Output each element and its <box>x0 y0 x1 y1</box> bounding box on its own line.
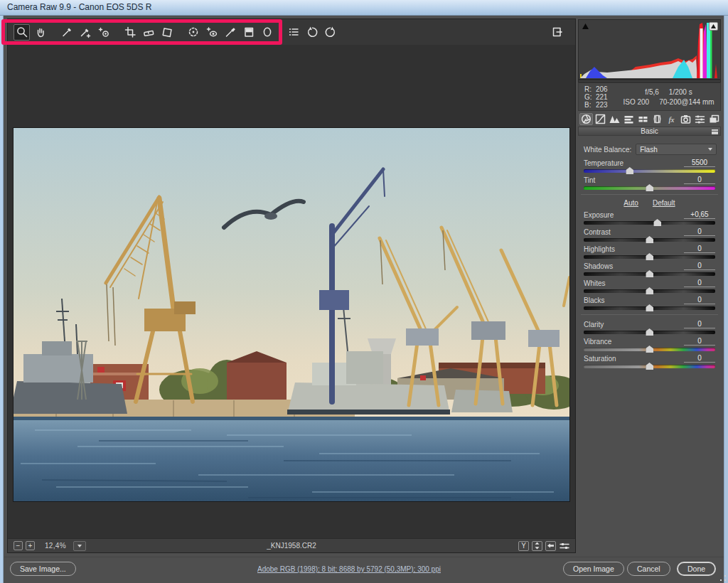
default-link[interactable]: Default <box>653 199 675 207</box>
slider-vibrance: Vibrance0 <box>584 336 715 351</box>
saturation-slider[interactable] <box>584 365 715 368</box>
slider-tint: Tint0 <box>584 175 715 190</box>
temperature-slider[interactable] <box>584 169 715 173</box>
slider-blacks: Blacks0 <box>584 295 715 310</box>
window-frame-right <box>724 16 728 583</box>
toolbar <box>8 19 575 45</box>
filename-label: _KNJ1958.CR2 <box>8 542 575 550</box>
tint-slider[interactable] <box>584 186 715 190</box>
tab-detail[interactable] <box>608 113 621 125</box>
slider-saturation: Saturation0 <box>584 353 715 368</box>
panel-header: Basic <box>578 127 721 136</box>
done-button[interactable]: Done <box>677 562 716 576</box>
photo-preview[interactable] <box>14 128 569 501</box>
cancel-button[interactable]: Cancel <box>627 562 670 576</box>
slider-thumb[interactable] <box>646 184 653 191</box>
vibrance-value[interactable]: 0 <box>684 337 715 346</box>
slider-thumb[interactable] <box>646 346 653 353</box>
rgb-readout: R:206 G:221 B:223 <box>579 83 623 110</box>
shadow-clipping-icon[interactable] <box>581 22 590 31</box>
exposure-info: R:206 G:221 B:223 f/5,61/200 s ISO 20070… <box>578 82 721 111</box>
contrast-value[interactable]: 0 <box>684 228 715 236</box>
spot-removal-icon[interactable] <box>185 24 201 41</box>
slider-exposure: Exposure+0,65 <box>584 210 715 225</box>
auto-default-row: Auto Default <box>578 199 721 207</box>
rotate-ccw-icon[interactable] <box>304 24 320 41</box>
red-eye-removal-icon[interactable] <box>203 24 220 41</box>
highlight-clipping-icon[interactable] <box>709 22 718 31</box>
tab-camera-calibration[interactable] <box>679 113 692 125</box>
fullscreen-toggle-icon[interactable] <box>550 24 565 40</box>
tab-effects[interactable]: fx <box>665 113 678 125</box>
whites-value[interactable]: 0 <box>684 279 715 287</box>
slider-temperature: Temperature5500 <box>584 158 715 173</box>
chevron-down-icon <box>708 148 712 151</box>
slider-highlights: Highlights0 <box>584 244 715 259</box>
highlights-slider[interactable] <box>584 255 715 259</box>
slider-thumb[interactable] <box>646 328 653 336</box>
open-image-button[interactable]: Open Image <box>563 562 624 576</box>
tab-presets[interactable] <box>693 113 707 125</box>
exposure-slider[interactable] <box>584 221 715 225</box>
tab-hsl-grayscale[interactable] <box>622 113 636 125</box>
vibrance-slider[interactable] <box>584 348 715 351</box>
white-balance-dropdown[interactable]: Flash <box>636 144 717 155</box>
tab-snapshots[interactable] <box>707 113 721 125</box>
straighten-tool-icon[interactable] <box>140 24 156 41</box>
slider-shadows: Shadows0 <box>584 261 715 276</box>
tab-split-toning[interactable] <box>636 113 650 125</box>
panel-title: Basic <box>641 127 658 135</box>
slider-thumb[interactable] <box>646 363 653 370</box>
rotate-cw-icon[interactable] <box>322 24 338 41</box>
saturation-value[interactable]: 0 <box>684 354 715 363</box>
white-balance-eyedropper-icon[interactable] <box>58 24 75 41</box>
slider-thumb[interactable] <box>646 304 653 311</box>
graduated-filter-icon[interactable] <box>240 24 257 41</box>
tab-lens-corrections[interactable] <box>651 113 664 125</box>
highlights-value[interactable]: 0 <box>684 245 715 253</box>
adjustment-brush-icon[interactable] <box>222 24 238 41</box>
transform-tool-icon[interactable] <box>159 24 175 41</box>
shadows-value[interactable]: 0 <box>684 262 715 270</box>
temperature-value[interactable]: 5500 <box>684 159 715 167</box>
save-image-button[interactable]: Save Image... <box>10 562 76 576</box>
tint-value[interactable]: 0 <box>684 176 715 184</box>
slider-thumb[interactable] <box>646 270 653 277</box>
crop-tool-icon[interactable] <box>122 24 138 41</box>
panel-tabs: fx <box>578 112 721 126</box>
targeted-adjustment-icon[interactable] <box>95 24 112 41</box>
slider-thumb[interactable] <box>646 236 653 243</box>
slider-thumb[interactable] <box>653 219 661 226</box>
clarity-value[interactable]: 0 <box>684 320 715 328</box>
exposure-value[interactable]: +0,65 <box>684 210 715 219</box>
preview-pane: − + 12,4% _KNJ1958.CR2 Y <box>7 18 576 553</box>
resize-grip[interactable] <box>719 574 727 582</box>
tab-tone-curve[interactable] <box>594 113 607 125</box>
white-balance-label: White Balance: <box>584 146 631 154</box>
zoom-tool-icon[interactable] <box>14 24 30 41</box>
clarity-slider[interactable] <box>584 331 715 334</box>
hand-tool-icon[interactable] <box>32 24 48 41</box>
basic-panel-body: White Balance: Flash Temperature5500 Tin… <box>578 138 721 370</box>
blacks-value[interactable]: 0 <box>684 296 715 304</box>
divider <box>581 194 718 195</box>
preferences-icon[interactable] <box>285 24 301 41</box>
auto-link[interactable]: Auto <box>623 199 638 207</box>
blacks-slider[interactable] <box>584 306 715 310</box>
slider-whites: Whites0 <box>584 278 715 293</box>
image-canvas-area[interactable] <box>8 45 575 540</box>
slider-thumb[interactable] <box>646 287 653 294</box>
slider-thumb[interactable] <box>626 167 633 174</box>
color-sampler-icon[interactable] <box>77 24 93 41</box>
window-titlebar[interactable]: Camera Raw 9.9 - Canon EOS 5DS R <box>0 0 728 16</box>
window-frame-left <box>0 16 4 583</box>
adjustments-panel: R:206 G:221 B:223 f/5,61/200 s ISO 20070… <box>577 18 724 553</box>
whites-slider[interactable] <box>584 289 715 293</box>
workflow-options-link[interactable]: Adobe RGB (1998); 8 bit; 8688 by 5792 (5… <box>146 565 552 573</box>
contrast-slider[interactable] <box>584 238 715 242</box>
slider-thumb[interactable] <box>646 253 653 260</box>
shadows-slider[interactable] <box>584 272 715 276</box>
radial-filter-icon[interactable] <box>259 24 275 41</box>
panel-menu-icon[interactable] <box>712 129 718 134</box>
tab-basic[interactable] <box>579 113 593 125</box>
